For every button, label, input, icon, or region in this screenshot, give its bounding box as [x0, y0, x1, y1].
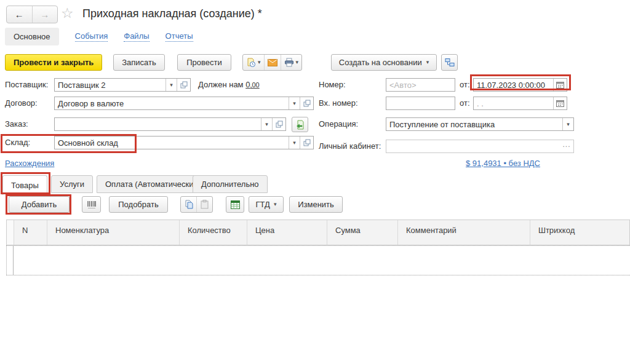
order-value — [55, 118, 261, 130]
chevron-down-icon: ▾ — [274, 202, 277, 207]
fill-from-order-button[interactable] — [292, 117, 308, 132]
save-button[interactable]: Записать — [113, 54, 165, 71]
date-calendar-button[interactable] — [553, 79, 567, 91]
contract-dropdown-button[interactable]: ▾ — [289, 97, 300, 109]
tab-services[interactable]: Услуги — [51, 175, 93, 193]
warehouse-label: Склад: — [5, 136, 30, 149]
number-placeholder: <Авто> — [389, 81, 417, 90]
open-icon — [276, 121, 283, 128]
column-header-barcode[interactable]: Штрихкод — [530, 220, 629, 245]
document-clock-icon — [246, 58, 256, 68]
command-icon-group: ▾ ▾ — [242, 54, 302, 71]
related-documents-icon — [445, 58, 455, 67]
barcode-scan-button[interactable] — [82, 196, 101, 213]
warehouse-field[interactable]: Основной склад ▾ — [54, 136, 314, 149]
back-button[interactable]: ← — [7, 6, 33, 23]
chevron-down-icon: ▾ — [170, 82, 173, 88]
column-header-comment[interactable]: Комментарий — [397, 220, 530, 245]
copy-rows-button[interactable] — [181, 197, 196, 212]
favorite-star-icon[interactable]: ☆ — [61, 5, 74, 22]
incoming-number-input[interactable] — [386, 97, 455, 110]
column-header-quantity[interactable]: Количество — [179, 220, 247, 245]
personal-account-label: Личный кабинет: — [319, 140, 381, 153]
supplier-open-button[interactable] — [177, 79, 190, 91]
post-and-close-button[interactable]: Провести и закрыть — [5, 54, 102, 71]
personal-account-more-button[interactable]: ... — [560, 140, 573, 152]
column-header-sum[interactable]: Сумма — [327, 220, 397, 245]
tab-goods[interactable]: Товары — [2, 175, 47, 195]
tab-main[interactable]: Основное — [5, 28, 59, 46]
tab-reports[interactable]: Отчеты — [165, 31, 193, 42]
operation-label: Операция: — [319, 117, 358, 131]
copy-paste-group — [180, 196, 213, 213]
operation-dropdown-button[interactable]: ▾ — [562, 118, 573, 130]
total-amount-link[interactable]: $ 91,4931 • без НДС — [466, 159, 540, 168]
history-nav-group: ← → — [6, 6, 58, 23]
back-arrow-icon: ← — [15, 9, 24, 20]
chevron-down-icon: ▾ — [426, 60, 429, 65]
row-marker-gutter — [7, 246, 14, 275]
tab-additional[interactable]: Дополнительно — [193, 175, 268, 193]
incoming-date-field[interactable]: . . — [473, 97, 567, 110]
pick-button[interactable]: Подобрать — [109, 196, 168, 213]
spreadsheet-icon — [231, 200, 240, 209]
supplier-dropdown-button[interactable]: ▾ — [165, 79, 177, 91]
post-schedule-button[interactable]: ▾ — [243, 55, 264, 70]
discrepancies-link[interactable]: Расхождения — [5, 159, 54, 168]
open-icon — [303, 100, 311, 107]
operation-field[interactable]: Поступление от поставщика ▾ — [386, 117, 574, 131]
paste-rows-button[interactable] — [196, 197, 212, 212]
personal-account-value — [386, 140, 560, 152]
tab-payment[interactable]: Оплата (Автоматически) — [97, 175, 205, 193]
copy-icon — [185, 200, 193, 209]
export-table-button[interactable] — [226, 196, 244, 213]
add-button[interactable]: Добавить — [9, 196, 70, 213]
contract-value: Договор в валюте — [55, 97, 289, 109]
contract-field[interactable]: Договор в валюте ▾ — [54, 97, 314, 110]
calendar-icon — [556, 81, 564, 89]
import-document-icon — [295, 120, 305, 130]
order-open-button[interactable] — [272, 118, 285, 130]
supplier-label: Поставщик: — [5, 78, 48, 92]
tab-events[interactable]: События — [75, 31, 108, 42]
contract-open-button[interactable] — [300, 97, 313, 109]
warehouse-value: Основной склад — [55, 136, 289, 149]
column-header-nomenclature[interactable]: Номенклатура — [47, 220, 179, 245]
gtd-button[interactable]: ГТД ▾ — [249, 196, 284, 213]
edit-button[interactable]: Изменить — [289, 196, 343, 213]
incoming-date-label: от: — [460, 97, 470, 110]
order-dropdown-button[interactable]: ▾ — [261, 118, 272, 130]
chevron-down-icon: ▾ — [265, 122, 268, 127]
calendar-icon — [556, 100, 564, 107]
date-value: 11.07.2023 0:00:00 — [474, 79, 553, 91]
operation-value: Поступление от поставщика — [386, 118, 562, 130]
incoming-date-value: . . — [474, 97, 553, 109]
forward-arrow-icon: → — [40, 9, 49, 20]
debt-text: Должен нам 0,00 — [198, 78, 260, 92]
chevron-down-icon: ▾ — [293, 101, 296, 106]
supplier-field[interactable]: Поставщик 2 ▾ — [54, 78, 191, 92]
personal-account-field[interactable]: ... — [386, 140, 574, 153]
incoming-date-calendar-button[interactable] — [553, 97, 567, 109]
column-header-price[interactable]: Цена — [247, 220, 327, 245]
order-field[interactable]: ▾ — [54, 117, 286, 131]
related-documents-button[interactable] — [441, 54, 458, 71]
number-input[interactable]: <Авто> — [386, 78, 455, 92]
post-button[interactable]: Провести — [177, 54, 231, 71]
date-field[interactable]: 11.07.2023 0:00:00 — [473, 78, 567, 92]
chevron-down-icon: ▾ — [567, 122, 570, 127]
order-label: Заказ: — [5, 117, 28, 131]
column-header-n[interactable]: N — [14, 220, 47, 245]
send-email-button[interactable] — [264, 55, 281, 70]
forward-button[interactable]: → — [33, 6, 58, 23]
create-based-on-button[interactable]: Создать на основании ▾ — [331, 54, 437, 71]
warehouse-open-button[interactable] — [300, 136, 313, 149]
chevron-down-icon: ▾ — [258, 60, 261, 65]
tab-files[interactable]: Файлы — [124, 31, 149, 42]
paste-icon — [201, 200, 209, 209]
print-button[interactable]: ▾ — [281, 55, 302, 70]
warehouse-dropdown-button[interactable]: ▾ — [289, 136, 300, 149]
page-title: Приходная накладная (создание) * — [82, 7, 262, 20]
items-table-empty-row[interactable] — [6, 245, 630, 275]
debt-amount-link[interactable]: 0,00 — [245, 80, 260, 89]
